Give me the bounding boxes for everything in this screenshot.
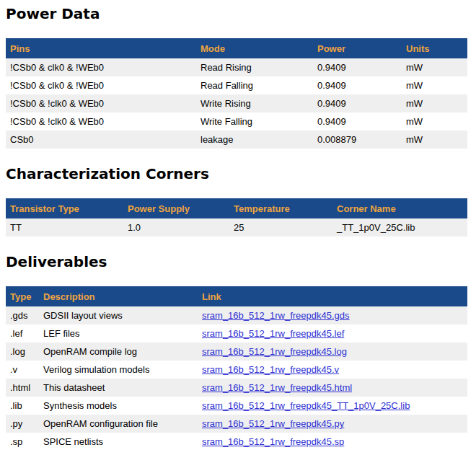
column-header: Corner Name (332, 198, 467, 218)
cell: CSb0 (6, 131, 196, 149)
cell: sram_16b_512_1rw_freepdk45.v (198, 361, 467, 379)
table-row: .gdsGDSII layout viewssram_16b_512_1rw_f… (6, 306, 467, 324)
deliverables-title: Deliverables (6, 254, 470, 270)
column-header: Units (402, 38, 467, 58)
cell: !CSb0 & clk0 & !WEb0 (6, 58, 196, 76)
header-row: TypeDescriptionLink (6, 286, 467, 306)
column-header: Mode (196, 38, 313, 58)
power-data-table: PinsModePowerUnits!CSb0 & clk0 & !WEb0Re… (6, 38, 467, 149)
cell: Synthesis models (39, 397, 198, 415)
column-header: Pins (6, 38, 196, 58)
table-row: .spSPICE netlistssram_16b_512_1rw_freepd… (6, 433, 467, 451)
column-header: Transistor Type (6, 198, 123, 218)
cell: sram_16b_512_1rw_freepdk45.gds (198, 306, 467, 324)
column-header: Temperature (229, 198, 332, 218)
deliverable-link[interactable]: sram_16b_512_1rw_freepdk45.html (202, 382, 352, 393)
cell: !CSb0 & clk0 & !WEb0 (6, 76, 196, 94)
cell: .gds (6, 306, 39, 324)
cell: 0.9409 (313, 76, 402, 94)
cell: !CSb0 & !clk0 & WEb0 (6, 94, 196, 112)
table-row: !CSb0 & !clk0 & WEb0Write Rising0.9409mW (6, 94, 467, 112)
cell: OpenRAM configuration file (39, 415, 198, 433)
cell: .lib (6, 397, 39, 415)
cell: TT (6, 218, 123, 237)
column-header: Power (313, 38, 402, 58)
cell: mW (402, 112, 467, 131)
cell: .lef (6, 324, 39, 343)
section-deliverables: Deliverables TypeDescriptionLink.gdsGDSI… (6, 254, 470, 451)
cell: _TT_1p0V_25C.lib (332, 218, 467, 237)
cell: sram_16b_512_1rw_freepdk45.log (198, 343, 467, 361)
cell: GDSII layout views (39, 306, 198, 324)
cell: 0.008879 (313, 131, 402, 149)
cell: Verilog simulation models (39, 361, 198, 379)
table-row: .htmlThis datasheetsram_16b_512_1rw_free… (6, 379, 467, 397)
cell: !CSb0 & !clk0 & WEb0 (6, 112, 196, 131)
table-row: !CSb0 & !clk0 & WEb0Write Falling0.9409m… (6, 112, 467, 131)
cell: sram_16b_512_1rw_freepdk45.lef (198, 324, 467, 343)
cell: mW (402, 58, 467, 76)
cell: mW (402, 94, 467, 112)
cell: .log (6, 343, 39, 361)
characterization-corners-title: Characterization Corners (6, 166, 470, 182)
column-header: Description (39, 286, 198, 306)
cell: mW (402, 76, 467, 94)
power-data-title: Power Data (6, 6, 470, 22)
column-header: Link (198, 286, 467, 306)
cell: SPICE netlists (39, 433, 198, 451)
column-header: Power Supply (123, 198, 229, 218)
cell: 0.9409 (313, 112, 402, 131)
cell: .html (6, 379, 39, 397)
header-row: Transistor TypePower SupplyTemperatureCo… (6, 198, 467, 218)
table-row: .libSynthesis modelssram_16b_512_1rw_fre… (6, 397, 467, 415)
cell: Write Falling (196, 112, 313, 131)
table-row: !CSb0 & clk0 & !WEb0Read Falling0.9409mW (6, 76, 467, 94)
table-row: TT1.025_TT_1p0V_25C.lib (6, 218, 467, 237)
deliverables-table: TypeDescriptionLink.gdsGDSII layout view… (6, 286, 467, 451)
deliverable-link[interactable]: sram_16b_512_1rw_freepdk45.v (202, 364, 339, 375)
table-row: .logOpenRAM compile logsram_16b_512_1rw_… (6, 343, 467, 361)
table-row: .lefLEF filessram_16b_512_1rw_freepdk45.… (6, 324, 467, 343)
cell: OpenRAM compile log (39, 343, 198, 361)
deliverable-link[interactable]: sram_16b_512_1rw_freepdk45_TT_1p0V_25C.l… (202, 400, 410, 411)
cell: 0.9409 (313, 94, 402, 112)
deliverable-link[interactable]: sram_16b_512_1rw_freepdk45.log (202, 346, 347, 357)
cell: .sp (6, 433, 39, 451)
deliverable-link[interactable]: sram_16b_512_1rw_freepdk45.sp (202, 436, 344, 447)
cell: 1.0 (123, 218, 229, 237)
cell: sram_16b_512_1rw_freepdk45.py (198, 415, 467, 433)
table-row: .pyOpenRAM configuration filesram_16b_51… (6, 415, 467, 433)
cell: 0.9409 (313, 58, 402, 76)
cell: Write Rising (196, 94, 313, 112)
cell: .v (6, 361, 39, 379)
cell: leakage (196, 131, 313, 149)
cell: Read Falling (196, 76, 313, 94)
table-row: CSb0leakage0.008879mW (6, 131, 467, 149)
deliverable-link[interactable]: sram_16b_512_1rw_freepdk45.lef (202, 328, 344, 339)
column-header: Type (6, 286, 39, 306)
cell: This datasheet (39, 379, 198, 397)
header-row: PinsModePowerUnits (6, 38, 467, 58)
section-characterization-corners: Characterization Corners Transistor Type… (6, 166, 470, 237)
cell: 25 (229, 218, 332, 237)
cell: LEF files (39, 324, 198, 343)
section-power-data: Power Data PinsModePowerUnits!CSb0 & clk… (6, 6, 470, 149)
cell: Read Rising (196, 58, 313, 76)
table-row: !CSb0 & clk0 & !WEb0Read Rising0.9409mW (6, 58, 467, 76)
datasheet-page: Power Data PinsModePowerUnits!CSb0 & clk… (6, 6, 470, 451)
cell: sram_16b_512_1rw_freepdk45_TT_1p0V_25C.l… (198, 397, 467, 415)
cell: .py (6, 415, 39, 433)
deliverable-link[interactable]: sram_16b_512_1rw_freepdk45.gds (202, 310, 350, 321)
characterization-corners-table: Transistor TypePower SupplyTemperatureCo… (6, 198, 467, 237)
deliverable-link[interactable]: sram_16b_512_1rw_freepdk45.py (202, 418, 344, 429)
cell: mW (402, 131, 467, 149)
cell: sram_16b_512_1rw_freepdk45.html (198, 379, 467, 397)
cell: sram_16b_512_1rw_freepdk45.sp (198, 433, 467, 451)
table-row: .vVerilog simulation modelssram_16b_512_… (6, 361, 467, 379)
